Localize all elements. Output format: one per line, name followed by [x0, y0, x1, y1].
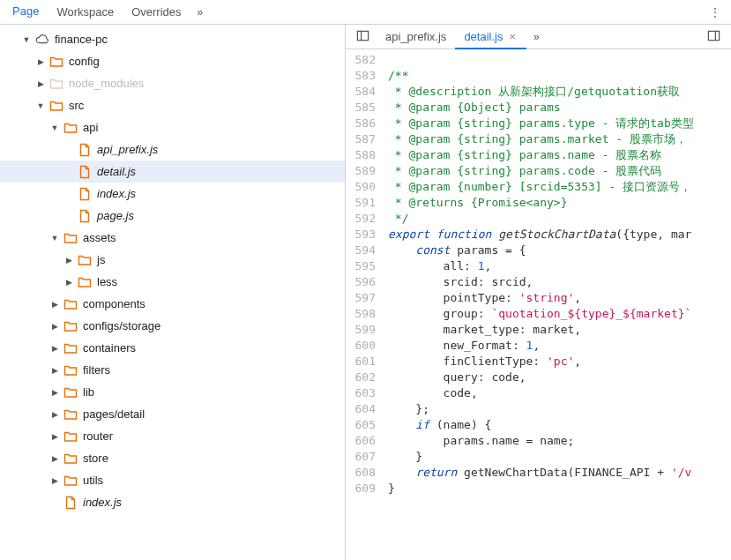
code-line[interactable]: export function getStockChartData({type,… [388, 227, 731, 243]
editor-tab-detail[interactable]: detail.js × [455, 25, 526, 49]
code-line[interactable]: finClientType: 'pc', [388, 354, 731, 370]
code-line[interactable]: * @param {string} params.type - 请求的tab类型 [388, 116, 731, 131]
chevron-right-icon[interactable]: ▶ [63, 277, 74, 287]
code-line[interactable]: /** [388, 68, 731, 84]
file-icon [77, 208, 93, 224]
tree-item-index_src[interactable]: index.js [0, 491, 345, 513]
tree-item-label: page.js [97, 209, 134, 222]
panel-menu-icon[interactable]: ⋮ [703, 3, 727, 22]
chevron-right-icon[interactable]: ▶ [35, 78, 46, 89]
tree-item-components[interactable]: ▶components [0, 293, 345, 315]
panel-tabs-more-icon[interactable]: » [190, 2, 211, 23]
tree-item-page[interactable]: page.js [0, 205, 345, 227]
code-line[interactable]: params.name = name; [388, 433, 731, 449]
code-line[interactable]: code, [388, 385, 731, 401]
code-line[interactable]: query: code, [388, 370, 731, 385]
line-number: 586 [346, 116, 376, 131]
tree-item-store[interactable]: ▶store [0, 447, 345, 469]
tree-item-api_prefix[interactable]: api_prefix.js [0, 138, 345, 161]
code-line[interactable]: group: `quotation_${type}_${market}` [388, 306, 731, 322]
panel-tabs: Page Workspace Overrides » ⋮ [0, 0, 731, 25]
code-line[interactable]: * @param {string} params.market - 股票市场， [388, 131, 731, 147]
line-number: 601 [346, 354, 376, 370]
chevron-down-icon[interactable]: ▼ [35, 101, 46, 111]
code-line[interactable]: new_Format: 1, [388, 338, 731, 354]
code-line[interactable]: } [388, 449, 731, 465]
close-icon[interactable]: × [507, 30, 518, 43]
tree-item-detail[interactable]: detail.js [0, 161, 345, 183]
chevron-right-icon[interactable]: ▶ [49, 431, 60, 442]
code-content[interactable]: /** * @description 从新架构接口/getquotation获取… [388, 49, 731, 560]
panel-tab-workspace[interactable]: Workspace [48, 1, 123, 23]
code-line[interactable] [388, 52, 731, 68]
editor-area: api_prefix.js detail.js × » 582583584585… [346, 25, 731, 560]
tree-item-utils[interactable]: ▶utils [0, 469, 345, 491]
toggle-sidebar-right-icon[interactable] [700, 26, 727, 49]
tree-item-label: router [83, 429, 113, 443]
file-icon [77, 142, 93, 158]
tree-item-lib[interactable]: ▶lib [0, 381, 345, 403]
panel-tab-page[interactable]: Page [4, 0, 48, 24]
chevron-right-icon[interactable]: ▶ [49, 365, 60, 376]
line-number: 596 [346, 274, 376, 290]
editor-tab-label: api_prefix.js [385, 30, 446, 43]
tree-item-index_api[interactable]: index.js [0, 183, 345, 205]
tree-item-js[interactable]: ▶js [0, 249, 345, 271]
folder-icon [63, 296, 78, 312]
chevron-right-icon[interactable]: ▶ [49, 453, 60, 464]
tree-item-config[interactable]: ▶config [0, 50, 345, 72]
code-line[interactable]: pointType: 'string', [388, 290, 731, 306]
code-line[interactable]: srcid: srcid, [388, 274, 731, 290]
code-line[interactable]: * @returns {Promise<any>} [388, 195, 731, 211]
folder-icon [63, 230, 78, 246]
tree-item-containers[interactable]: ▶containers [0, 337, 345, 359]
tree-item-src[interactable]: ▼src [0, 94, 345, 116]
tree-item-label: finance-pc [55, 33, 108, 46]
chevron-down-icon[interactable]: ▼ [49, 123, 60, 133]
chevron-right-icon[interactable]: ▶ [49, 475, 60, 486]
tree-item-router[interactable]: ▶router [0, 425, 345, 447]
code-line[interactable]: */ [388, 211, 731, 227]
chevron-right-icon[interactable]: ▶ [49, 299, 60, 310]
line-number: 600 [346, 338, 376, 354]
panel-tab-overrides[interactable]: Overrides [123, 1, 190, 23]
tree-item-filters[interactable]: ▶filters [0, 359, 345, 381]
folder-icon [63, 318, 78, 334]
editor-tabs-more-icon[interactable]: » [526, 27, 547, 47]
chevron-down-icon[interactable]: ▼ [21, 34, 32, 45]
chevron-right-icon[interactable]: ▶ [49, 409, 60, 420]
line-number: 590 [346, 179, 376, 195]
chevron-right-icon[interactable]: ▶ [63, 255, 74, 265]
chevron-down-icon[interactable]: ▼ [49, 233, 60, 243]
editor-tab-api-prefix[interactable]: api_prefix.js [377, 25, 455, 49]
line-number: 592 [346, 211, 376, 227]
tree-item-configs_storage[interactable]: ▶configs/storage [0, 315, 345, 337]
chevron-right-icon[interactable]: ▶ [49, 343, 60, 354]
code-editor[interactable]: 5825835845855865875885895905915925935945… [346, 49, 731, 560]
tree-item-pages_detail[interactable]: ▶pages/detail [0, 403, 345, 425]
code-line[interactable]: } [388, 481, 731, 497]
chevron-right-icon[interactable]: ▶ [35, 56, 46, 67]
code-line[interactable]: * @param {string} params.code - 股票代码 [388, 163, 731, 179]
code-line[interactable]: return getNewChartData(FINANCE_API + '/v [388, 465, 731, 481]
chevron-right-icon[interactable]: ▶ [49, 321, 60, 332]
tree-item-root[interactable]: ▼finance-pc [0, 28, 345, 50]
code-line[interactable]: * @param {string} params.name - 股票名称 [388, 147, 731, 163]
tree-item-api[interactable]: ▼api [0, 116, 345, 138]
code-line[interactable]: }; [388, 401, 731, 417]
code-line[interactable]: const params = { [388, 243, 731, 258]
chevron-right-icon[interactable]: ▶ [49, 387, 60, 398]
code-line[interactable]: all: 1, [388, 258, 731, 274]
tree-item-assets[interactable]: ▼assets [0, 227, 345, 249]
toggle-navigator-icon[interactable] [349, 26, 377, 49]
line-number: 589 [346, 163, 376, 179]
code-line[interactable]: * @param {number} [srcid=5353] - 接口资源号， [388, 179, 731, 195]
file-tree[interactable]: ▼finance-pc▶config▶node_modules▼src▼apia… [0, 25, 346, 560]
tree-item-less[interactable]: ▶less [0, 271, 345, 293]
tree-item-label: less [97, 275, 117, 288]
tree-item-node_modules[interactable]: ▶node_modules [0, 72, 345, 94]
code-line[interactable]: * @param {Object} params [388, 100, 731, 116]
code-line[interactable]: * @description 从新架构接口/getquotation获取 [388, 84, 731, 100]
code-line[interactable]: market_type: market, [388, 322, 731, 338]
code-line[interactable]: if (name) { [388, 417, 731, 433]
